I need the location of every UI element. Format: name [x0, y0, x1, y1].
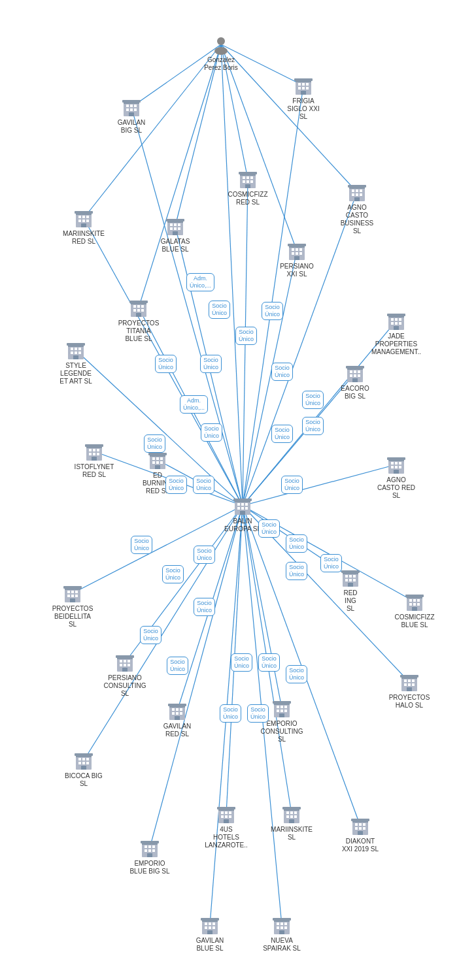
- svg-rect-212: [124, 660, 126, 662]
- svg-rect-277: [224, 819, 229, 823]
- node-label-gonzalez: Gonzalez Perez Boris: [204, 56, 238, 72]
- svg-rect-246: [284, 710, 287, 712]
- svg-rect-312: [209, 923, 211, 925]
- svg-rect-123: [141, 305, 144, 308]
- svg-rect-202: [413, 599, 416, 602]
- svg-rect-255: [82, 762, 85, 764]
- badge-1: Socio Único: [209, 301, 230, 319]
- svg-rect-227: [407, 687, 412, 691]
- node-gavilan_red: GAVILAN RED SL: [156, 700, 198, 738]
- svg-rect-233: [180, 708, 182, 711]
- svg-rect-282: [290, 811, 293, 814]
- node-proyectos_beidellita: PROYECTOS BEIDELLITA SL: [52, 583, 94, 629]
- svg-rect-295: [359, 827, 362, 830]
- node-mariinskite_sl: MARIINSKITE SL: [271, 804, 313, 841]
- svg-line-1: [243, 86, 303, 506]
- node-istoflynet_red: ISTOFLYNET RED SL: [73, 441, 115, 479]
- svg-rect-144: [71, 351, 73, 354]
- node-label-cosmicfizz_blue: COSMICFIZZ BLUE SL: [394, 613, 434, 629]
- svg-rect-244: [277, 710, 279, 712]
- node-balin: BALIN EUROPA SL: [222, 495, 264, 533]
- badge-6: Socio Único: [271, 363, 293, 381]
- building-icon: [65, 340, 86, 362]
- badge-27: Socio Único: [258, 653, 280, 672]
- svg-rect-323: [284, 923, 287, 925]
- svg-rect-167: [92, 457, 97, 461]
- svg-rect-218: [116, 655, 134, 658]
- svg-rect-321: [277, 923, 279, 925]
- svg-rect-238: [168, 704, 186, 706]
- badge-21: Socio Único: [162, 565, 184, 583]
- node-label-gavilan_blue: GAVILAN BLUE SL: [196, 937, 224, 953]
- svg-rect-161: [89, 449, 92, 451]
- node-gavilan_blue: GAVILAN BLUE SL: [189, 915, 231, 953]
- svg-rect-122: [137, 305, 140, 308]
- svg-rect-226: [412, 683, 415, 686]
- badge-10: Socio Único: [201, 423, 222, 442]
- svg-rect-155: [354, 374, 356, 377]
- node-cosmicfizz_red: COSMICFIZZ RED SL: [227, 169, 269, 206]
- svg-rect-293: [363, 823, 366, 826]
- node-jade: JADE PROPERTIES MANAGEMENT..: [375, 310, 417, 356]
- node-cosmicfizz_blue: COSMICFIZZ BLUE SL: [394, 591, 435, 629]
- svg-rect-54: [126, 108, 129, 111]
- building-icon: [128, 297, 149, 319]
- svg-rect-322: [280, 923, 283, 925]
- svg-rect-121: [133, 305, 136, 308]
- svg-rect-325: [280, 926, 283, 929]
- badge-18: Socio Único: [286, 562, 307, 580]
- badge-16: Socio Único: [258, 519, 280, 538]
- badge-19: Socio Único: [320, 554, 342, 572]
- building-icon: [147, 449, 168, 472]
- svg-rect-162: [93, 449, 95, 451]
- svg-rect-216: [128, 664, 130, 666]
- building-icon: [121, 97, 142, 119]
- svg-rect-46: [233, 498, 252, 501]
- svg-rect-276: [229, 815, 231, 818]
- svg-rect-87: [354, 197, 360, 201]
- node-label-jade: JADE PROPERTIES MANAGEMENT..: [371, 333, 421, 356]
- svg-rect-294: [355, 827, 358, 830]
- svg-rect-297: [358, 831, 363, 835]
- svg-rect-134: [391, 322, 394, 325]
- building-icon: [293, 75, 314, 97]
- svg-rect-213: [128, 660, 130, 662]
- svg-rect-128: [129, 301, 148, 303]
- svg-line-3: [243, 192, 357, 506]
- svg-rect-165: [93, 453, 95, 455]
- svg-rect-112: [296, 248, 298, 251]
- node-agno_casto_red: AGNO CASTO RED SL: [375, 454, 417, 500]
- svg-rect-188: [387, 457, 405, 460]
- svg-rect-75: [246, 180, 249, 183]
- svg-rect-214: [120, 664, 122, 666]
- svg-rect-63: [306, 83, 309, 86]
- svg-rect-113: [299, 248, 302, 251]
- svg-rect-177: [155, 465, 160, 469]
- badge-5: Socio Único: [200, 355, 222, 373]
- badge-2: Socio Único: [235, 327, 257, 345]
- svg-rect-92: [82, 216, 85, 218]
- badge-22: Socio Único: [194, 546, 215, 564]
- building-icon: [199, 915, 220, 937]
- node-nueva_spairak: NUEVA SPAIRAK SL: [261, 915, 303, 953]
- badge-26: Socio Único: [231, 653, 252, 672]
- svg-rect-152: [354, 370, 356, 373]
- badge-25: Socio Único: [167, 657, 188, 675]
- badge-13: Socio Único: [281, 476, 303, 494]
- svg-rect-197: [70, 598, 75, 602]
- building-icon: [286, 240, 307, 263]
- node-label-proyectos_titania: PROYECTOS TITANIA BLUE SL: [118, 319, 160, 343]
- svg-rect-148: [67, 343, 85, 346]
- svg-rect-183: [399, 462, 401, 465]
- badge-29: Socio Único: [220, 704, 241, 723]
- svg-rect-207: [412, 607, 417, 611]
- svg-rect-311: [205, 923, 207, 925]
- badge-11: Socio Único: [144, 434, 165, 453]
- graph-container: BALIN EUROPA SL Gonzalez Perez Boris GAV…: [0, 0, 476, 980]
- node-label-frigia: FRIGIA SIGLO XXI SL: [282, 97, 324, 121]
- svg-rect-273: [229, 811, 231, 814]
- node-gavilan_big: GAVILAN BIG SL: [110, 97, 152, 135]
- svg-rect-42: [237, 507, 240, 510]
- svg-rect-251: [78, 758, 81, 760]
- svg-rect-101: [170, 223, 173, 226]
